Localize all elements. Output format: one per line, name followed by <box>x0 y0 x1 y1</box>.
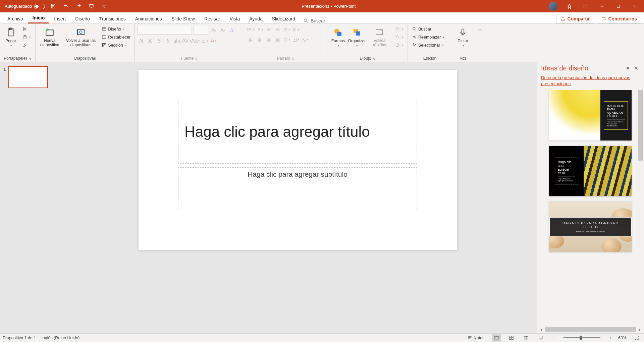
pane-close-button[interactable]: ✕ <box>632 64 640 72</box>
cut-button[interactable] <box>21 26 32 32</box>
tab-archivo[interactable]: Archivo <box>3 14 28 23</box>
new-slide-button[interactable]: Nueva diapositiva <box>38 25 61 49</box>
title-placeholder[interactable]: Haga clic para agregar título <box>178 100 417 164</box>
zoom-slider[interactable] <box>564 337 600 338</box>
align-center-button[interactable] <box>256 36 263 43</box>
redo-button[interactable] <box>74 2 83 11</box>
comments-button[interactable]: Comentarios <box>597 14 641 23</box>
minimize-button[interactable] <box>594 0 610 12</box>
find-button[interactable]: Buscar <box>411 26 446 32</box>
tab-transiciones[interactable]: Transiciones <box>95 14 130 23</box>
slide-canvas[interactable]: Haga clic para agregar título Haga clic … <box>139 70 457 250</box>
design-idea-3[interactable]: HAGA CLIC PARA AGREGAR TÍTULOHaga clic p… <box>549 202 632 252</box>
section-button[interactable]: Sección▾ <box>100 42 132 48</box>
coming-soon-button[interactable] <box>562 0 578 12</box>
shape-fill-button[interactable]: ▾ <box>393 26 405 32</box>
collapse-ribbon-button[interactable]: ︿ <box>474 24 486 35</box>
line-spacing-button[interactable]: ▾ <box>283 26 290 33</box>
align-text-button[interactable]: ▾ <box>292 36 300 43</box>
numbering-button[interactable]: ▾ <box>256 26 263 33</box>
paste-button[interactable]: Pegar ▾ <box>3 25 19 49</box>
font-name-combo[interactable] <box>138 26 192 35</box>
increase-indent-button[interactable] <box>274 26 281 33</box>
tab-revisar[interactable]: Revisar <box>200 14 225 23</box>
tab-animaciones[interactable]: Animaciones <box>130 14 167 23</box>
grow-font-button[interactable]: A▴ <box>210 26 217 34</box>
share-button[interactable]: Compartir <box>556 14 594 23</box>
bold-button[interactable]: N <box>138 37 145 45</box>
layout-button[interactable]: Diseño▾ <box>100 26 132 32</box>
normal-view-button[interactable] <box>492 334 501 342</box>
sorter-view-button[interactable] <box>506 334 516 342</box>
italic-button[interactable]: K <box>147 37 154 45</box>
notes-toggle[interactable]: Notas <box>465 335 487 340</box>
font-size-combo[interactable] <box>194 26 208 35</box>
dialog-launcher-icon[interactable]: ⬊ <box>291 57 294 60</box>
align-right-button[interactable] <box>265 36 272 43</box>
text-direction-button[interactable]: ▾ <box>292 26 300 33</box>
thumbnail-row[interactable]: 1 <box>3 66 56 88</box>
highlight-button[interactable]: ▾ <box>201 37 208 45</box>
tab-slidelizard[interactable]: SlideLizard <box>267 14 300 23</box>
thumbnail-slide-1[interactable] <box>8 66 48 88</box>
underline-button[interactable]: S <box>156 37 163 45</box>
dialog-launcher-icon[interactable]: ⬊ <box>373 57 375 60</box>
strikethrough-button[interactable]: abc <box>174 37 181 45</box>
tab-inicio[interactable]: Inicio <box>28 13 50 23</box>
text-shadow-button[interactable]: S <box>165 37 172 45</box>
tab-vista[interactable]: Vista <box>225 14 245 23</box>
design-idea-2[interactable]: Haga clic para agregar títuloHaga clic p… <box>549 146 632 196</box>
char-spacing-button[interactable]: AV▾ <box>183 37 190 45</box>
zoom-out-button[interactable]: − <box>551 336 556 340</box>
subtitle-placeholder[interactable]: Haga clic para agregar subtítulo <box>178 167 417 210</box>
stop-ideas-link[interactable]: Detener la presentación de ideas para nu… <box>537 74 644 90</box>
decrease-indent-button[interactable] <box>265 26 272 33</box>
slide-counter[interactable]: Diapositiva 1 de 1 <box>3 336 36 340</box>
bullets-button[interactable]: ▾ <box>247 26 254 33</box>
shape-effects-button[interactable]: ▾ <box>393 42 405 48</box>
pane-options-button[interactable]: ▾ <box>624 64 632 72</box>
slideshow-view-button[interactable] <box>536 334 545 342</box>
account-avatar[interactable] <box>549 2 557 11</box>
fit-to-window-button[interactable] <box>632 334 641 342</box>
smartart-button[interactable]: ▾ <box>301 36 309 43</box>
dictate-button[interactable]: Dictar▾ <box>455 25 471 49</box>
design-idea-1[interactable]: HAGA CLIC PARA AGREGAR TÍTULOHAGA CLIC P… <box>549 90 632 140</box>
quick-styles-button[interactable]: Estilos rápidos <box>368 25 391 49</box>
columns-button[interactable]: ▾ <box>283 36 290 43</box>
replace-button[interactable]: Reemplazar▾ <box>411 34 446 40</box>
justify-button[interactable] <box>274 36 281 43</box>
pane-vertical-scrollbar[interactable] <box>638 90 643 322</box>
arrange-button[interactable]: Organizar▾ <box>348 25 366 49</box>
select-button[interactable]: Seleccionar▾ <box>411 42 446 48</box>
save-button[interactable] <box>49 2 58 11</box>
language-indicator[interactable]: Inglés (Reino Unido) <box>41 336 79 340</box>
slideshow-from-start-button[interactable] <box>87 2 96 11</box>
reuse-slides-button[interactable]: Volver a usar las diapositivas <box>63 25 99 49</box>
format-painter-button[interactable] <box>21 42 32 48</box>
slide-thumbnails-panel[interactable]: 1 <box>0 62 59 333</box>
tab-slideshow[interactable]: Slide Show <box>167 14 200 23</box>
font-color-button[interactable]: A▾ <box>210 37 217 45</box>
shapes-button[interactable]: Formas▾ <box>330 25 346 49</box>
reading-view-button[interactable] <box>521 334 531 342</box>
slide-editing-area[interactable]: Haga clic para agregar título Haga clic … <box>59 62 537 333</box>
tab-insert[interactable]: Insert <box>49 14 70 23</box>
shape-outline-button[interactable]: ▾ <box>393 34 405 40</box>
tab-diseno[interactable]: Diseño <box>70 14 95 23</box>
dialog-launcher-icon[interactable]: ⬊ <box>195 57 198 60</box>
change-case-button[interactable]: Aa▾ <box>192 37 199 45</box>
tab-ayuda[interactable]: Ayuda <box>245 14 267 23</box>
dialog-launcher-icon[interactable]: ⬊ <box>29 57 32 60</box>
autosave-toggle[interactable]: Autoguardado <box>5 4 45 9</box>
pane-horizontal-scrollbar[interactable]: ◄► <box>538 327 643 333</box>
qat-customize-button[interactable] <box>100 2 109 11</box>
copy-button[interactable]: ▾ <box>21 34 32 40</box>
maximize-button[interactable] <box>610 0 626 12</box>
undo-button[interactable] <box>62 2 70 11</box>
display-options-button[interactable] <box>578 0 594 12</box>
clear-format-button[interactable]: A <box>228 26 235 34</box>
close-button[interactable] <box>627 0 642 12</box>
shrink-font-button[interactable]: A▾ <box>219 26 226 34</box>
reset-button[interactable]: Restablecer <box>100 34 132 40</box>
